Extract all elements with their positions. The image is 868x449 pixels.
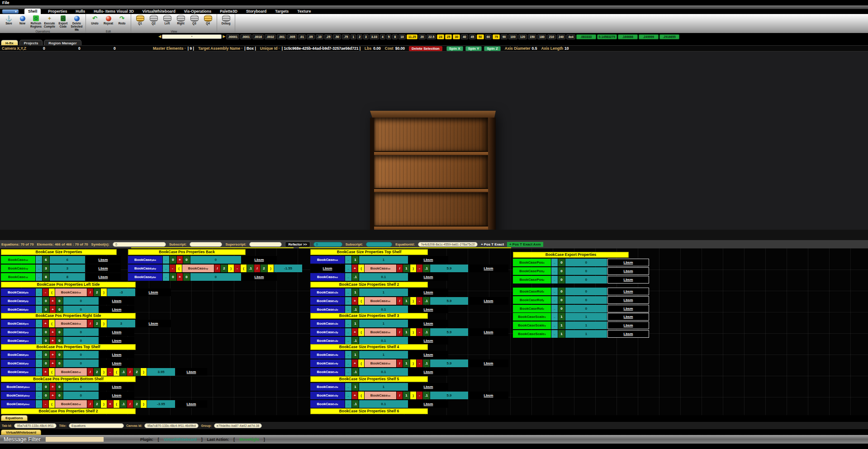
panel-title[interactable]: BookCase Pos Properties Shelf 2: [1, 408, 136, 414]
paren-token[interactable]: ): [101, 320, 107, 327]
q4-button[interactable]: Q4: [201, 15, 214, 25]
number-token[interactable]: .1: [120, 400, 127, 408]
lbsm-link[interactable]: Lbsm: [136, 288, 171, 296]
number-token[interactable]: 0: [56, 359, 63, 367]
lbsm-link[interactable]: Lbsm: [607, 321, 649, 329]
increment-4[interactable]: 4: [380, 34, 385, 39]
reference-token[interactable]: BookCasesx: [365, 265, 396, 272]
increment-210[interactable]: 210: [547, 34, 556, 39]
value-cell[interactable]: 5.9: [430, 328, 468, 336]
increment-166666[interactable]: .166666: [618, 34, 638, 39]
dots-cell[interactable]: ..: [551, 288, 558, 295]
variable-label[interactable]: BookCasePosy: [513, 267, 551, 275]
equationid-input[interactable]: [418, 242, 478, 247]
message-filter-input[interactable]: [45, 436, 104, 442]
lbsm-link[interactable]: Lbsm: [85, 256, 121, 264]
pos-t-exact-axm-button[interactable]: + Pos T Exact Axm: [507, 242, 543, 247]
value-cell[interactable]: -3.95: [147, 400, 175, 408]
number-token[interactable]: 0: [56, 383, 63, 391]
execute-compile-button[interactable]: Execute Compile: [43, 15, 56, 31]
increment-0016[interactable]: .0016: [252, 34, 264, 39]
variable-label[interactable]: BookCaseRotz: [513, 305, 551, 312]
dots-cell[interactable]: ..: [163, 265, 169, 272]
number-token[interactable]: 0: [56, 328, 63, 336]
panel-title[interactable]: BookCase Pos Properties Left Side: [1, 282, 136, 288]
lbsm-link[interactable]: Lbsm: [408, 400, 448, 408]
axis-value[interactable]: 10: [564, 46, 569, 51]
operator-token[interactable]: /: [397, 392, 403, 399]
value-cell[interactable]: 0: [63, 359, 99, 367]
dots-cell[interactable]: ..: [36, 273, 42, 281]
dots-cell[interactable]: ..: [345, 256, 351, 264]
operator-token[interactable]: +: [352, 265, 358, 272]
number-token[interactable]: 2: [133, 400, 140, 408]
operator-token[interactable]: +: [50, 351, 56, 359]
reference-token[interactable]: BookCasesy: [182, 265, 214, 272]
dots-cell[interactable]: ..: [163, 273, 169, 281]
paren-token[interactable]: (: [358, 392, 364, 399]
increment-10[interactable]: 10: [398, 34, 406, 39]
increment-3[interactable]: 3: [363, 34, 369, 39]
value-cell[interactable]: 1: [565, 313, 607, 321]
menu-hulls[interactable]: Hulls: [74, 9, 86, 14]
menu-properties[interactable]: Properties: [47, 9, 68, 14]
lbsm-link[interactable]: Lbsm: [99, 328, 134, 336]
value-cell[interactable]: 0: [63, 351, 99, 359]
dots-cell[interactable]: ..: [36, 383, 42, 391]
number-token[interactable]: .1: [120, 368, 127, 376]
panel-title[interactable]: BookCase Pos Properties Top Shelf: [1, 344, 136, 350]
lbsm-link[interactable]: Lbsm: [607, 330, 649, 338]
lbsm-link[interactable]: Lbsm: [99, 359, 134, 367]
increment-083333[interactable]: .083333: [576, 34, 596, 39]
dots-cell[interactable]: ..: [36, 359, 42, 367]
operator-token[interactable]: /: [397, 359, 403, 367]
lbsm-link[interactable]: Lbsm: [408, 306, 448, 313]
lbsm-link[interactable]: Lbsm: [85, 265, 121, 272]
variable-label[interactable]: BookCases2x: [310, 288, 345, 296]
increment-45[interactable]: 45: [469, 34, 476, 39]
number-token[interactable]: 0: [558, 276, 565, 284]
dots-cell[interactable]: ..: [345, 351, 351, 359]
variable-label[interactable]: BookCases4y: [310, 359, 345, 367]
operator-token[interactable]: +: [50, 328, 56, 336]
variable-label[interactable]: BookCases4x: [310, 351, 345, 359]
increment-150[interactable]: 150: [528, 34, 536, 39]
number-token[interactable]: .1: [352, 306, 359, 313]
lbsm-link[interactable]: Lbsm: [469, 392, 508, 399]
number-token[interactable]: 0: [56, 337, 63, 345]
dots-cell[interactable]: ..: [36, 328, 42, 336]
panel-title[interactable]: BookCase Pos Properties Bottom Shelf: [1, 376, 136, 382]
variable-label[interactable]: BookCaseplz: [1, 306, 35, 313]
paren-token[interactable]: ): [410, 392, 416, 399]
refactor-button[interactable]: Refactor >>: [285, 241, 310, 247]
panel-title[interactable]: BookCase Size Properties Shelf 3: [310, 313, 428, 319]
variable-label[interactable]: BookCaseRoty: [513, 296, 551, 304]
paren-token[interactable]: (: [114, 400, 119, 408]
dots-cell[interactable]: ..: [345, 288, 351, 296]
increment-100[interactable]: 100: [508, 34, 517, 39]
operator-token[interactable]: /: [87, 288, 93, 296]
number-token[interactable]: 0: [56, 392, 63, 399]
delete-selection-button[interactable]: Delete Selection: [409, 46, 442, 51]
panel-title[interactable]: BookCase Size Properties Top Shelf: [310, 249, 428, 255]
subscript2-input[interactable]: [366, 242, 392, 247]
operator-token[interactable]: -: [417, 392, 422, 399]
operator-token[interactable]: -: [417, 265, 422, 272]
number-token[interactable]: 0: [558, 296, 565, 304]
number-token[interactable]: 0: [56, 297, 63, 305]
number-token[interactable]: 1: [352, 351, 359, 359]
value-cell[interactable]: 5.9: [430, 265, 468, 272]
variable-label[interactable]: BookCasesx: [1, 256, 35, 264]
number-token[interactable]: 1: [558, 330, 565, 338]
increment-2[interactable]: 2: [357, 34, 362, 39]
value-cell[interactable]: 0: [565, 267, 607, 275]
right-button[interactable]: Right: [174, 15, 187, 25]
operator-token[interactable]: /: [254, 265, 260, 272]
operator-token[interactable]: -: [107, 368, 113, 376]
value-cell[interactable]: 0: [565, 259, 607, 266]
number-token[interactable]: 0: [43, 337, 49, 345]
operator-token[interactable]: +: [50, 383, 56, 391]
number-token[interactable]: 3: [43, 265, 49, 272]
value-cell[interactable]: 0: [565, 288, 607, 295]
variable-label[interactable]: BookCases2y: [310, 297, 345, 305]
